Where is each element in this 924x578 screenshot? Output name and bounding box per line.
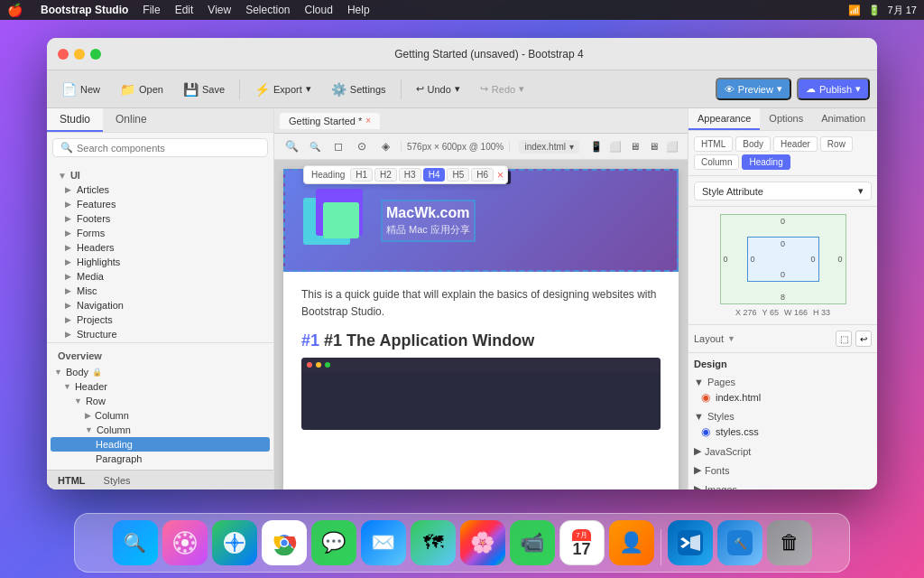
sidebar-item-structure[interactable]: ▶ Structure — [47, 327, 273, 341]
sidebar-item-footers[interactable]: ▶ Footers — [47, 211, 273, 226]
el-tab-heading[interactable]: Heading — [742, 154, 790, 170]
save-button[interactable]: 💾 Save — [176, 79, 232, 100]
tablet-viewport[interactable]: ⬜ — [607, 138, 624, 154]
dock-facetime[interactable]: 📹 — [510, 520, 555, 565]
file-selector[interactable]: index.html ▾ — [519, 140, 579, 154]
dock-finder[interactable]: 🔍 — [113, 520, 158, 565]
styles-subheader[interactable]: ▼ Styles — [694, 409, 872, 424]
mobile-viewport[interactable]: 📱 — [588, 138, 605, 154]
layout-action-2[interactable]: ↩ — [855, 331, 872, 347]
margin-left: 0 — [724, 255, 728, 264]
hero-section[interactable]: Heading H1 H2 H3 H4 H5 H6 × — [283, 169, 679, 272]
dock-chrome[interactable] — [262, 520, 307, 565]
select-tool[interactable]: ◻ — [328, 136, 348, 156]
tab-animation[interactable]: Animation — [812, 108, 874, 130]
el-tab-header[interactable]: Header — [773, 136, 818, 152]
js-subheader[interactable]: ▶ JavaScript — [694, 443, 872, 459]
sidebar-item-articles[interactable]: ▶ Articles — [47, 182, 273, 197]
h2-button[interactable]: H2 — [374, 168, 397, 182]
close-button[interactable] — [58, 49, 69, 60]
dock-messages[interactable]: 💬 — [311, 520, 356, 565]
dock-calendar[interactable]: 7月 17 — [559, 520, 605, 565]
minimize-button[interactable] — [74, 49, 85, 60]
tab-studio[interactable]: Studio — [47, 108, 103, 132]
el-tab-body[interactable]: Body — [735, 136, 771, 152]
styles-css-item[interactable]: ◉ styles.css — [694, 424, 872, 440]
sidebar-item-features[interactable]: ▶ Features — [47, 197, 273, 211]
sidebar-item-media[interactable]: ▶ Media — [47, 269, 273, 284]
html-tab[interactable]: HTML — [58, 475, 86, 486]
sidebar-item-headers[interactable]: ▶ Headers — [47, 240, 273, 255]
pages-subheader[interactable]: ▼ Pages — [694, 375, 872, 389]
maximize-button[interactable] — [90, 49, 101, 60]
dock-safari[interactable] — [212, 520, 257, 565]
canvas-tab-getting-started[interactable]: Getting Started * × — [280, 113, 380, 129]
sidebar-item-highlights[interactable]: ▶ Highlights — [47, 255, 273, 269]
images-subheader[interactable]: ▶ Images — [694, 481, 872, 489]
new-button[interactable]: 📄 New — [54, 79, 107, 100]
wide-viewport[interactable]: ⬜ — [664, 138, 680, 154]
sidebar-item-navigation[interactable]: ▶ Navigation — [47, 298, 273, 312]
menu-file[interactable]: File — [143, 4, 160, 16]
canvas-tab-close[interactable]: × — [365, 116, 371, 126]
tab-online[interactable]: Online — [103, 108, 160, 132]
fonts-subheader[interactable]: ▶ Fonts — [694, 462, 872, 478]
h4-button[interactable]: H4 — [423, 168, 446, 182]
el-tab-row[interactable]: Row — [820, 136, 853, 152]
styles-tab[interactable]: Styles — [104, 475, 131, 486]
sidebar-item-misc[interactable]: ▶ Misc — [47, 284, 273, 298]
menu-selection[interactable]: Selection — [245, 4, 290, 16]
h1-button[interactable]: H1 — [350, 168, 373, 182]
sidebar-item-forms[interactable]: ▶ Forms — [47, 226, 273, 240]
hero-text-block[interactable]: MacWk.com 精品 Mac 应用分享 — [381, 200, 476, 242]
ov-row[interactable]: ▼ Row — [51, 394, 270, 408]
open-button[interactable]: 📁 Open — [113, 79, 171, 100]
undo-button[interactable]: ↩ Undo ▾ — [409, 79, 467, 98]
h5-button[interactable]: H5 — [447, 168, 469, 182]
index-html-item[interactable]: ◉ index.html — [694, 389, 872, 406]
desktop-lg-viewport[interactable]: 🖥 — [645, 138, 661, 154]
style-attribute-select[interactable]: Style Attribute ▾ — [694, 182, 872, 200]
dock-vscode[interactable] — [668, 520, 713, 565]
apple-menu[interactable]: 🍎 — [7, 3, 23, 17]
menu-help[interactable]: Help — [347, 4, 370, 16]
dock-mail[interactable]: ✉️ — [361, 520, 406, 565]
ov-body[interactable]: ▼ Body 🔒 — [51, 365, 270, 379]
heading-close-button[interactable]: × — [497, 169, 504, 182]
ov-header[interactable]: ▼ Header — [51, 379, 270, 394]
zoom-in-button[interactable]: 🔍 — [282, 136, 301, 156]
menu-cloud[interactable]: Cloud — [305, 4, 333, 16]
ov-column-1[interactable]: ▶ Column — [51, 408, 270, 423]
zoom-out-button[interactable]: 🔍 — [305, 136, 325, 156]
el-tab-column[interactable]: Column — [694, 154, 739, 170]
h6-button[interactable]: H6 — [471, 168, 494, 182]
dock-photos[interactable]: 🌸 — [460, 520, 505, 565]
desktop-sm-viewport[interactable]: 🖥 — [626, 138, 642, 154]
dock-launchpad[interactable] — [162, 520, 208, 565]
el-tab-html[interactable]: HTML — [694, 136, 733, 152]
tab-options[interactable]: Options — [760, 108, 812, 130]
dock-trash[interactable]: 🗑 — [767, 520, 812, 565]
layout-action-1[interactable]: ⬚ — [836, 331, 852, 347]
menu-edit[interactable]: Edit — [175, 4, 194, 16]
redo-button[interactable]: ↪ Redo ▾ — [473, 79, 531, 98]
tab-appearance[interactable]: Appearance — [688, 108, 760, 130]
export-button[interactable]: ⚡ Export ▾ — [247, 79, 319, 100]
layers-tool[interactable]: ⊙ — [352, 136, 372, 156]
canvas-content[interactable]: Heading H1 H2 H3 H4 H5 H6 × — [274, 160, 688, 489]
menu-view[interactable]: View — [208, 4, 231, 16]
h3-button[interactable]: H3 — [399, 168, 421, 182]
dock-contacts[interactable]: 👤 — [609, 520, 654, 565]
sidebar-item-projects[interactable]: ▶ Projects — [47, 312, 273, 327]
dock-maps[interactable]: 🗺 — [411, 520, 456, 565]
color-tool[interactable]: ◈ — [375, 136, 395, 156]
publish-button[interactable]: ☁ Publish ▾ — [797, 78, 870, 100]
settings-button[interactable]: ⚙️ Settings — [324, 79, 393, 100]
ov-heading[interactable]: Heading — [51, 437, 270, 452]
dock-xcode[interactable]: 🔨 — [717, 520, 762, 565]
bottom-bar: HTML Styles — [47, 470, 273, 489]
ov-paragraph[interactable]: Paragraph — [51, 452, 270, 466]
search-input[interactable] — [77, 143, 260, 154]
ov-column-2[interactable]: ▼ Column — [51, 423, 270, 437]
preview-button[interactable]: 👁 Preview ▾ — [716, 78, 791, 100]
